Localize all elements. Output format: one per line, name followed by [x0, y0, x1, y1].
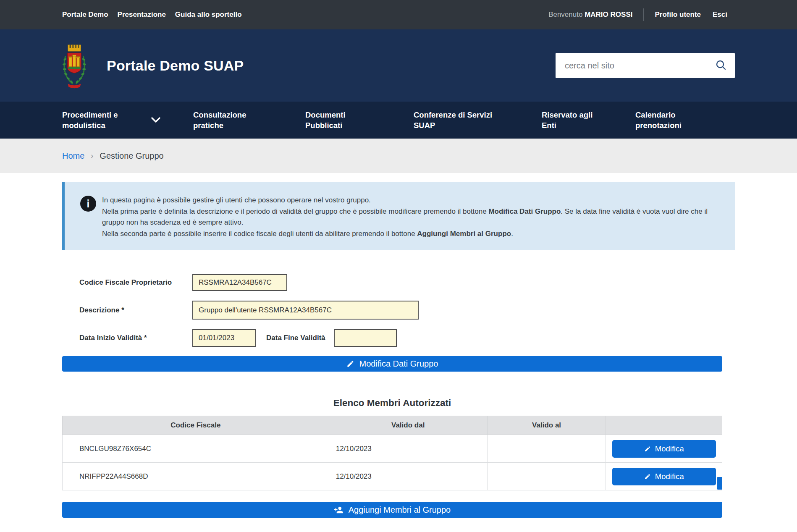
- data-inizio-validita-label: Data Inizio Validità *: [79, 334, 192, 342]
- codice-fiscale-proprietario-field[interactable]: [192, 274, 287, 291]
- topbar-link-presentazione[interactable]: Presentazione: [118, 10, 166, 19]
- nav-item-riservato-enti[interactable]: Riservato agli Enti: [542, 102, 635, 139]
- search-icon[interactable]: [715, 59, 727, 72]
- modifica-row-button[interactable]: Modifica: [612, 468, 716, 485]
- column-header-codice-fiscale: Codice Fiscale: [63, 416, 329, 435]
- search-input[interactable]: [565, 61, 715, 71]
- descrizione-field[interactable]: [192, 301, 419, 320]
- nav-item-calendario-prenotazioni[interactable]: Calendario prenotazioni: [635, 102, 692, 139]
- nav-item-conferenze-servizi[interactable]: Conferenze di Servizi SUAP: [414, 102, 542, 139]
- pencil-icon: [644, 473, 651, 480]
- site-header: Portale Demo SUAP: [0, 29, 797, 102]
- codice-fiscale-proprietario-label: Codice Fiscale Proprietario: [79, 278, 192, 287]
- topbar-link-portale-demo[interactable]: Portale Demo: [62, 10, 108, 19]
- cell-valido-al: [487, 463, 606, 490]
- breadcrumb: Home › Gestione Gruppo: [0, 139, 797, 173]
- top-utility-bar: Portale Demo Presentazione Guida allo sp…: [0, 0, 797, 29]
- members-table-wrap: Codice Fiscale Valido dal Valido al BNCL…: [62, 416, 722, 490]
- data-fine-validita-field[interactable]: [334, 329, 397, 347]
- nav-item-documenti-pubblicati[interactable]: Documenti Pubblicati: [305, 102, 414, 139]
- members-section-title: Elenco Membri Autorizzati: [62, 398, 722, 409]
- modifica-dati-gruppo-button[interactable]: Modifica Dati Gruppo: [62, 356, 722, 372]
- user-name: MARIO ROSSI: [585, 10, 632, 18]
- info-line: In questa pagina è possibile gestire gli…: [102, 195, 718, 206]
- nav-item-consultazione-pratiche[interactable]: Consultazione pratiche: [193, 102, 305, 139]
- site-title: Portale Demo SUAP: [107, 58, 244, 74]
- data-fine-validita-label: Data Fine Validità: [266, 334, 325, 342]
- table-row: BNCLGU98Z76X654C 12/10/2023 Modifica: [63, 435, 722, 463]
- nav-item-procedimenti-modulistica[interactable]: Procedimenti e modulistica: [62, 102, 193, 139]
- partial-button-sliver: [717, 477, 722, 490]
- cell-actions: Modifica: [606, 435, 722, 463]
- aggiungi-membri-button[interactable]: Aggiungi Membri al Gruppo: [62, 502, 722, 518]
- info-line: Nella prima parte è definita la descrizi…: [102, 206, 718, 228]
- table-row: NRIFPP22A44S668D 12/10/2023 Modifica: [63, 463, 722, 490]
- topbar-links: Portale Demo Presentazione Guida allo sp…: [62, 10, 242, 19]
- modifica-row-button[interactable]: Modifica: [612, 440, 716, 458]
- cell-codice-fiscale: NRIFPP22A44S668D: [63, 463, 329, 490]
- site-search: [556, 53, 735, 78]
- cell-valido-al: [487, 435, 606, 463]
- column-header-valido-al: Valido al: [487, 416, 606, 435]
- topbar-link-guida-sportello[interactable]: Guida allo sportello: [175, 10, 242, 19]
- members-table: Codice Fiscale Valido dal Valido al BNCL…: [62, 416, 722, 490]
- info-callout: i In questa pagina è possibile gestire g…: [62, 182, 735, 250]
- breadcrumb-separator: ›: [91, 152, 93, 160]
- info-callout-text: In questa pagina è possibile gestire gli…: [102, 195, 718, 239]
- breadcrumb-home-link[interactable]: Home: [62, 151, 84, 161]
- info-icon: i: [80, 196, 96, 212]
- pencil-icon: [644, 446, 651, 452]
- breadcrumb-current-page: Gestione Gruppo: [100, 151, 163, 161]
- cell-valido-dal: 12/10/2023: [329, 435, 487, 463]
- info-line: Nella seconda parte è possibile inserire…: [102, 228, 718, 240]
- cell-valido-dal: 12/10/2023: [329, 463, 487, 490]
- pencil-icon: [346, 360, 354, 368]
- profile-link[interactable]: Profilo utente: [655, 10, 701, 19]
- municipality-crest-logo: [62, 41, 87, 90]
- column-header-actions: [606, 416, 722, 435]
- logout-link[interactable]: Esci: [713, 10, 727, 19]
- person-add-icon: [334, 505, 343, 515]
- table-header-row: Codice Fiscale Valido dal Valido al: [63, 416, 722, 435]
- data-inizio-validita-field[interactable]: [192, 329, 256, 347]
- main-content: i In questa pagina è possibile gestire g…: [0, 182, 797, 518]
- main-navigation: Procedimenti e modulistica Consultazione…: [0, 102, 797, 139]
- cell-codice-fiscale: BNCLGU98Z76X654C: [63, 435, 329, 463]
- topbar-divider: [643, 8, 644, 21]
- cell-actions: Modifica: [606, 463, 722, 490]
- column-header-valido-dal: Valido dal: [329, 416, 487, 435]
- group-data-form: Codice Fiscale Proprietario Descrizione …: [79, 274, 735, 347]
- descrizione-label: Descrizione *: [79, 306, 192, 314]
- chevron-down-icon: [151, 117, 160, 123]
- welcome-text: Benvenuto MARIO ROSSI: [548, 10, 632, 19]
